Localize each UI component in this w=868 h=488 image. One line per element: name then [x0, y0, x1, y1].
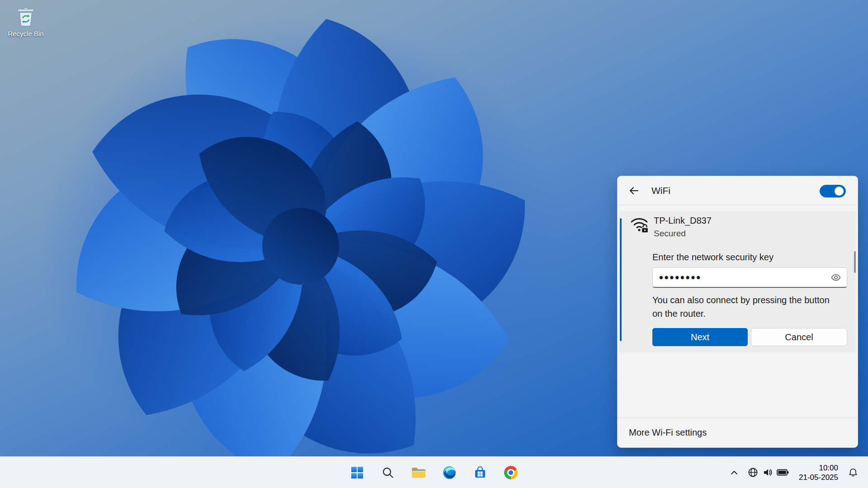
search-button[interactable] [378, 463, 398, 483]
clock-time: 10:00 [799, 463, 838, 473]
windows-start-icon [351, 466, 363, 479]
security-key-label: Enter the network security key [652, 252, 774, 263]
wifi-toggle-switch[interactable] [820, 185, 846, 197]
network-status: Secured [654, 229, 686, 239]
chrome-button[interactable] [501, 463, 521, 483]
chrome-icon [504, 466, 518, 479]
battery-icon [777, 469, 789, 476]
taskbar-center-group [347, 457, 521, 488]
tray-overflow-button[interactable] [727, 463, 741, 483]
taskbar: 10:00 21-05-2025 [0, 456, 868, 488]
selection-accent-bar [620, 218, 622, 341]
panel-scrollbar-thumb[interactable] [854, 251, 856, 273]
wifi-flyout-panel: WiFi TP-Link_D837 Secured Enter the netw… [617, 176, 858, 448]
toggle-knob [835, 187, 844, 196]
back-button[interactable] [626, 183, 642, 198]
eye-reveal-icon [831, 274, 841, 281]
recycle-bin-label: Recycle Bin [8, 30, 43, 38]
recycle-bin-shortcut[interactable]: Recycle Bin [6, 5, 45, 38]
desktop-screen: Recycle Bin WiFi TP-Link_D837 [0, 0, 868, 488]
notification-center-button[interactable] [844, 463, 862, 483]
network-name[interactable]: TP-Link_D837 [654, 216, 712, 226]
tray-status-group[interactable] [744, 463, 793, 483]
more-wifi-settings-label: More Wi-Fi settings [629, 427, 707, 438]
system-tray: 10:00 21-05-2025 [727, 457, 862, 488]
microsoft-store-icon [473, 466, 487, 479]
tray-icons [748, 467, 789, 478]
search-icon [382, 466, 394, 479]
globe-icon [748, 467, 758, 478]
security-key-input[interactable] [653, 268, 825, 287]
wifi-secured-lock-icon [629, 216, 649, 233]
edge-button[interactable] [439, 463, 459, 483]
wifi-panel-title: WiFi [651, 185, 670, 196]
recycle-bin-icon [14, 5, 37, 28]
clock-date: 21-05-2025 [799, 473, 838, 482]
cancel-button[interactable]: Cancel [751, 328, 847, 346]
chevron-up-icon [731, 470, 738, 475]
folder-icon [411, 466, 426, 479]
next-button[interactable]: Next [652, 328, 748, 346]
file-explorer-button[interactable] [409, 463, 429, 483]
start-button[interactable] [347, 463, 367, 483]
bell-icon [848, 467, 858, 478]
speaker-icon [762, 467, 773, 478]
reveal-password-button[interactable] [829, 271, 843, 284]
back-arrow-icon [628, 185, 639, 196]
password-field [652, 267, 847, 288]
edge-icon [443, 466, 456, 479]
microsoft-store-button[interactable] [470, 463, 490, 483]
wallpaper-bloom-graphic [0, 0, 597, 488]
more-wifi-settings-item[interactable]: More Wi-Fi settings [618, 418, 858, 447]
wifi-panel-header: WiFi [618, 176, 858, 205]
taskbar-clock[interactable]: 10:00 21-05-2025 [795, 463, 842, 483]
router-hint-text: You can also connect by pressing the but… [652, 293, 839, 320]
